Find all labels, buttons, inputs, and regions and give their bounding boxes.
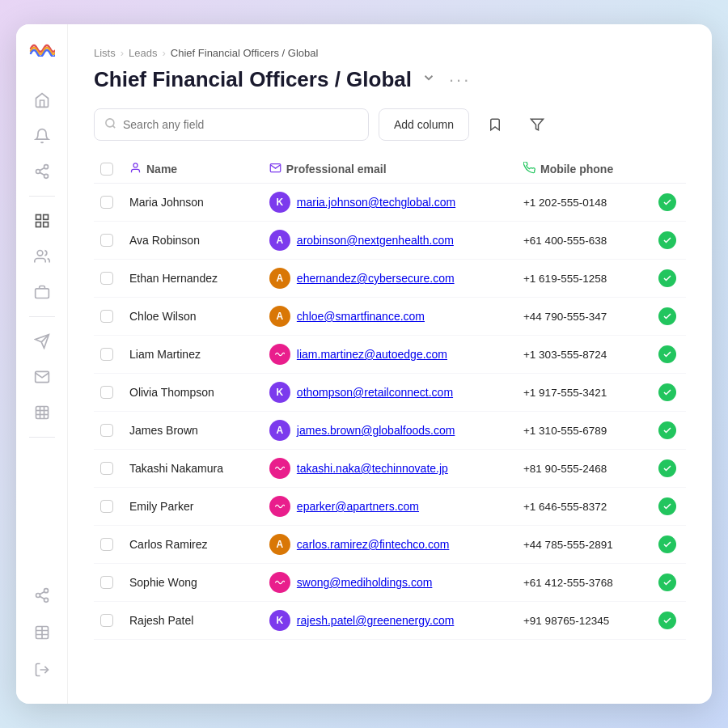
svg-point-1 [36,170,40,174]
svg-rect-5 [36,215,40,220]
row-email: Kmaria.johnson@techglobal.com [260,184,514,222]
row-email: Acarlos.ramirez@fintechco.com [260,526,514,564]
row-status [649,526,686,564]
svg-line-21 [40,596,44,599]
email-col-icon [269,162,281,176]
row-verified-icon [658,193,676,211]
row-checkbox[interactable] [100,234,113,247]
row-email-link[interactable]: arobinson@nextgenhealth.com [297,234,454,247]
row-email-link[interactable]: ehernandez@cybersecure.com [297,272,455,285]
title-chevron-icon[interactable] [421,70,436,89]
search-box[interactable] [94,108,369,141]
row-checkbox[interactable] [100,576,113,589]
row-email: Achloe@smartfinance.com [260,298,514,336]
row-checkbox[interactable] [100,424,113,437]
row-checkbox[interactable] [100,196,113,209]
sidebar-mail-icon[interactable] [26,361,58,393]
add-column-button[interactable]: Add column [379,108,469,141]
svg-line-3 [40,172,44,175]
row-phone: +91 98765-12345 [514,602,649,640]
row-email-link[interactable]: carlos.ramirez@fintechco.com [297,538,450,551]
bookmark-button[interactable] [479,108,511,141]
sidebar-network-icon[interactable] [26,579,58,612]
sidebar-home-icon[interactable] [26,84,58,116]
row-email: Ajames.brown@globalfoods.com [260,412,514,450]
breadcrumb-sep-1: › [121,47,124,59]
row-phone: +61 400-555-638 [514,222,649,260]
sidebar-grid-icon[interactable] [26,396,58,429]
table-row: Liam Martinezliam.martinez@autoedge.com+… [94,336,686,374]
sidebar-bottom [26,578,58,688]
row-checkbox[interactable] [100,500,113,513]
row-checkbox[interactable] [100,272,113,285]
breadcrumb-leads[interactable]: Leads [129,47,157,59]
row-checkbox-cell [94,336,120,374]
row-avatar [269,496,290,517]
search-input[interactable] [123,118,358,131]
app-container: Lists › Leads › Chief Financial Officers… [16,24,712,704]
row-email-link[interactable]: eparker@apartners.com [297,500,419,513]
row-checkbox[interactable] [100,310,113,323]
svg-marker-30 [531,119,543,130]
breadcrumb-lists[interactable]: Lists [94,47,116,59]
title-more-icon[interactable]: ··· [449,70,471,91]
row-email-link[interactable]: swong@mediholdings.com [297,576,433,589]
table-wrapper: Name Professional email [94,155,686,681]
row-avatar: A [269,534,290,555]
row-name: Carlos Ramirez [120,526,260,564]
row-phone: +1 646-555-8372 [514,488,649,526]
row-checkbox-cell [94,526,120,564]
table-row: James BrownAjames.brown@globalfoods.com+… [94,412,686,450]
sidebar-divider-2 [29,316,55,317]
row-email-link[interactable]: rajesh.patel@greenenergy.com [297,614,455,627]
svg-rect-6 [43,215,48,220]
row-email-link[interactable]: maria.johnson@techglobal.com [297,196,455,209]
sidebar-table-icon[interactable] [26,616,58,649]
svg-line-22 [40,591,44,594]
row-email-link[interactable]: takashi.naka@techinnovate.jp [297,462,448,475]
row-email: swong@mediholdings.com [260,564,514,602]
row-checkbox-cell [94,374,120,412]
sidebar-logout-icon[interactable] [26,654,58,686]
row-phone: +61 412-555-3768 [514,564,649,602]
row-checkbox[interactable] [100,386,113,399]
person-icon [129,162,142,176]
select-all-checkbox[interactable] [100,163,113,176]
row-avatar: A [269,306,290,327]
row-checkbox-cell [94,564,120,602]
sidebar-users-icon[interactable] [26,240,58,273]
row-verified-icon [658,269,676,287]
svg-point-28 [106,119,114,127]
row-email-link[interactable]: liam.martinez@autoedge.com [297,348,447,361]
row-status [649,564,686,602]
sidebar-list-icon[interactable] [26,205,58,237]
row-verified-icon [658,497,676,515]
main-content: Lists › Leads › Chief Financial Officers… [68,24,712,704]
row-status [649,336,686,374]
row-checkbox[interactable] [100,462,113,475]
row-email-link[interactable]: othompson@retailconnect.com [297,386,453,399]
table-row: Sophie Wongswong@mediholdings.com+61 412… [94,564,686,602]
row-email-link[interactable]: james.brown@globalfoods.com [297,424,455,437]
sidebar-send-icon[interactable] [26,325,58,358]
sidebar-share-icon[interactable] [26,155,58,188]
sidebar-briefcase-icon[interactable] [26,276,58,308]
row-name: Olivia Thompson [120,374,260,412]
row-status [649,222,686,260]
row-name: Chloe Wilson [120,298,260,336]
row-name: Liam Martinez [120,336,260,374]
header-checkbox-cell [94,155,120,184]
row-avatar: A [269,230,290,251]
row-name: Ava Robinson [120,222,260,260]
svg-line-4 [40,167,44,170]
row-verified-icon [658,574,676,591]
row-checkbox[interactable] [100,538,113,551]
row-checkbox-cell [94,450,120,488]
row-checkbox[interactable] [100,614,113,627]
row-checkbox[interactable] [100,348,113,361]
svg-line-29 [112,125,115,128]
sidebar-bell-icon[interactable] [26,120,58,152]
filter-button[interactable] [521,108,553,141]
row-email-link[interactable]: chloe@smartfinance.com [297,310,425,323]
svg-rect-7 [43,222,48,227]
